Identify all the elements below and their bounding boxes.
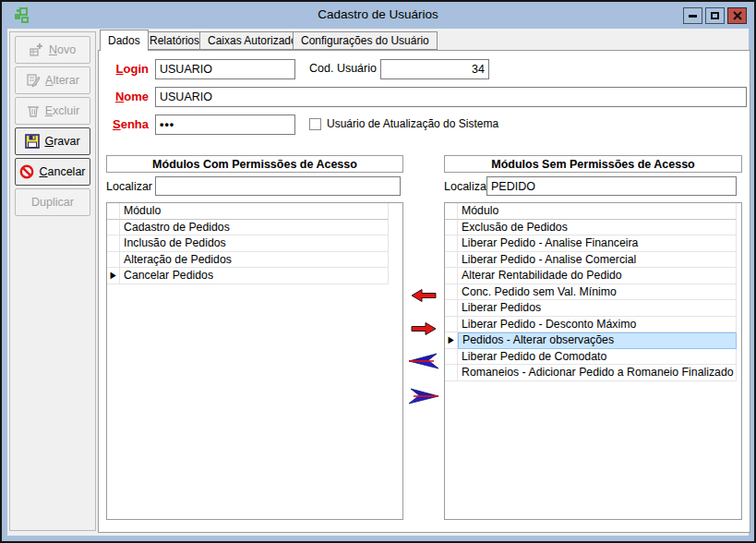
list-row[interactable]: Liberar Pedido de Comodato xyxy=(445,349,741,366)
move-selected-right-button[interactable] xyxy=(407,319,440,339)
modulos-sem-permissoes-header: Módulos Sem Permissões de Acesso xyxy=(444,155,742,173)
modulos-com-permissoes-list[interactable]: Módulo Cadastro de Pedidos Inclusão de P… xyxy=(106,202,403,520)
new-record-icon xyxy=(30,42,44,57)
list-row[interactable]: Liberar Pedido - Desconto Máximo xyxy=(445,317,741,333)
alterar-button[interactable]: Alterar xyxy=(15,66,90,94)
tab-relatorios-label: Relatórios xyxy=(150,34,199,47)
move-all-right-button[interactable] xyxy=(407,386,440,406)
login-label: Login xyxy=(101,62,149,76)
maximize-button[interactable] xyxy=(705,7,725,24)
delete-icon xyxy=(26,103,41,118)
modulos-com-permissoes-header: Módulos Com Permissões de Acesso xyxy=(106,155,403,173)
tab-configuracoes-label: Configurações do Usuário xyxy=(301,34,429,47)
list-row[interactable]: Romaneios - Adicionar Pedido a Romaneio … xyxy=(445,365,741,381)
excluir-label: Excluir xyxy=(45,104,80,117)
alterar-label: Alterar xyxy=(45,74,79,87)
list-row[interactable]: Liberar Pedido - Analise Financeira xyxy=(445,235,741,252)
list-right-header-row: Módulo xyxy=(445,203,741,220)
novo-label: Novo xyxy=(49,43,76,56)
current-row-marker-icon: ▶ xyxy=(110,271,115,280)
cod-usuario-label: Cod. Usuário xyxy=(309,62,377,75)
senha-input[interactable] xyxy=(155,115,295,135)
list-row[interactable]: Cadastro de Pedidos xyxy=(107,220,402,236)
client-area: Novo Alterar Excluir xyxy=(7,29,749,536)
close-button[interactable] xyxy=(727,7,747,24)
usuario-atualizacao-checkbox[interactable] xyxy=(309,118,321,130)
login-input[interactable] xyxy=(155,59,295,79)
tab-strip: Dados Relatórios Caixas Autorizados Conf… xyxy=(98,30,749,52)
cadastro-de-usuarios-window: Cadastro de Usuários Novo xyxy=(0,0,756,543)
cod-usuario-input[interactable] xyxy=(380,59,489,79)
list-left-header-row: Módulo xyxy=(107,203,402,220)
nome-input[interactable] xyxy=(155,87,747,107)
duplicar-label: Duplicar xyxy=(31,196,74,209)
cancelar-label: Cancelar xyxy=(39,165,85,178)
list-row-selected[interactable]: ▶ Pedidos - Alterar observações xyxy=(445,332,741,349)
tab-dados[interactable]: Dados xyxy=(100,30,149,51)
tab-caixas-autorizados-label: Caixas Autorizados xyxy=(208,34,303,47)
nome-label: Nome xyxy=(101,90,149,103)
list-row[interactable]: Inclusão de Pedidos xyxy=(107,235,402,252)
list-left-column-header: Módulo xyxy=(120,203,389,220)
list-right-column-header: Módulo xyxy=(458,203,737,220)
red-arrow-left-icon xyxy=(411,289,437,302)
move-selected-left-button[interactable] xyxy=(407,285,440,306)
current-row-marker-icon: ▶ xyxy=(448,335,453,344)
move-all-left-button[interactable] xyxy=(407,351,440,371)
minimize-icon xyxy=(689,15,697,18)
list-row[interactable]: Conc. Pedido sem Val. Mínimo xyxy=(445,284,741,301)
blue-arrow-right-icon xyxy=(408,387,439,405)
close-icon xyxy=(733,11,742,20)
red-arrow-right-icon xyxy=(411,322,437,335)
localizar-left-input[interactable] xyxy=(155,176,401,196)
list-row[interactable]: Liberar Pedido - Analise Comercial xyxy=(445,252,741,269)
list-row[interactable]: Alterar Rentabilidade do Pedido xyxy=(445,268,741,284)
senha-label: Senha xyxy=(101,117,149,131)
duplicar-button[interactable]: Duplicar xyxy=(15,188,90,216)
minimize-button[interactable] xyxy=(683,7,702,24)
tab-dados-label: Dados xyxy=(108,34,140,47)
list-left-gutter xyxy=(107,203,120,220)
list-row[interactable]: Alteração de Pedidos xyxy=(107,252,402,269)
modulos-sem-permissoes-list[interactable]: Módulo Exclusão de Pedidos Liberar Pedid… xyxy=(444,202,742,520)
gravar-button[interactable]: Gravar xyxy=(15,127,90,155)
excluir-button[interactable]: Excluir xyxy=(15,97,90,125)
novo-button[interactable]: Novo xyxy=(15,36,90,64)
sidebar: Novo Alterar Excluir xyxy=(9,31,96,531)
titlebar[interactable]: Cadastro de Usuários xyxy=(2,2,754,29)
window-title: Cadastro de Usuários xyxy=(2,7,754,21)
list-row-current[interactable]: ▶ Cancelar Pedidos xyxy=(107,268,402,284)
edit-icon xyxy=(26,73,41,88)
tab-configuracoes-do-usuario[interactable]: Configurações do Usuário xyxy=(293,31,438,50)
cancelar-button[interactable]: Cancelar xyxy=(15,158,90,186)
blue-arrow-left-icon xyxy=(408,352,439,370)
list-row[interactable]: Exclusão de Pedidos xyxy=(445,220,741,236)
usuario-atualizacao-label: Usuário de Atualização do Sistema xyxy=(327,117,498,130)
maximize-icon xyxy=(711,12,719,19)
localizar-right-input[interactable] xyxy=(486,176,737,196)
cancel-icon xyxy=(19,164,34,179)
save-icon xyxy=(25,134,40,149)
localizar-left-label: Localizar xyxy=(106,180,152,193)
tab-relatorios[interactable]: Relatórios xyxy=(141,31,208,50)
gravar-label: Gravar xyxy=(44,135,79,148)
list-row[interactable]: Liberar Pedidos xyxy=(445,300,741,317)
localizar-right-label: Localizar xyxy=(444,180,490,193)
tabpage-dados: Login Cod. Usuário Nome Senha Usuário de… xyxy=(98,50,750,533)
